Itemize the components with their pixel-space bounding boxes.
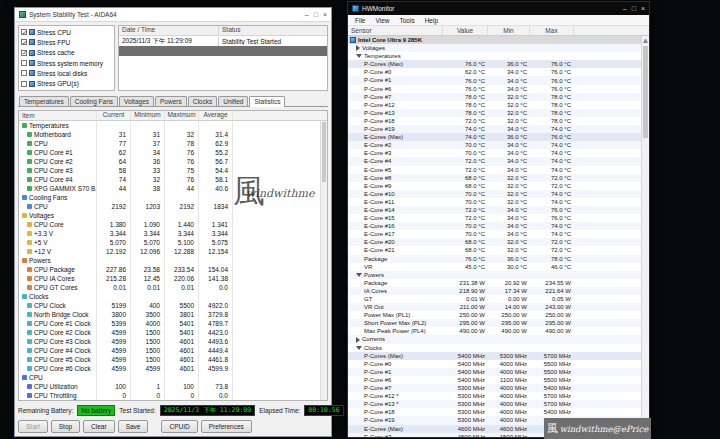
stress-option-stress-cpu[interactable]: Stress CPU (21, 27, 112, 37)
chevron-right-icon[interactable] (356, 45, 360, 51)
stats-row-cpu-throttling[interactable]: CPU Throttling0000.0 (19, 391, 327, 400)
sensor-row-e-core-20[interactable]: E-Core #2068.0 °C32.0 °C72.0 °C (348, 238, 641, 246)
sensor-row-intel-core-ultra-9-285k[interactable]: Intel Core Ultra 9 285K (348, 36, 641, 44)
preferences-button[interactable]: Preferences (201, 420, 252, 433)
sensor-group-clocks[interactable]: Clocks (348, 344, 641, 352)
stats-group-temperatures[interactable]: Temperatures (19, 121, 327, 130)
stress-option-stress-gpu-s[interactable]: Stress GPU(s) (21, 79, 112, 89)
maximize-icon[interactable]: □ (632, 5, 636, 12)
sensor-group-powers[interactable]: Powers (348, 271, 641, 279)
sensor-row-p-core-13[interactable]: P-Core #13 *5300 MHz4000 MHz5700 MHz (348, 400, 641, 408)
sensor-row-package[interactable]: Package76.0 °C36.0 °C78.0 °C (348, 255, 641, 263)
sensor-row-e-core-5[interactable]: E-Core #572.0 °C34.0 °C74.0 °C (348, 166, 641, 174)
stats-row-5-v[interactable]: +5 V5.0705.0705.1005.075 (19, 238, 327, 247)
menu-view[interactable]: View (370, 17, 394, 24)
stats-row-cpu-core-2-clock[interactable]: CPU Core #2 Clock4599150054014423.0 (19, 328, 327, 337)
stats-row-cpu-gt-cores[interactable]: CPU GT Cores0.010.010.010.0 (19, 283, 327, 292)
stats-row-cpu[interactable]: CPU77377862.9 (19, 139, 327, 148)
tab-powers[interactable]: Powers (155, 96, 187, 106)
sensor-row-vr-out[interactable]: VR Out211.00 W14.00 W243.00 W (348, 303, 641, 311)
stats-row-cpu-core-3[interactable]: CPU Core #358337554.4 (19, 166, 327, 175)
log-row-selected[interactable] (119, 46, 327, 56)
close-icon[interactable]: × (323, 11, 327, 18)
chevron-down-icon[interactable] (356, 273, 362, 277)
sensor-row-e-core-11[interactable]: E-Core #1170.0 °C32.0 °C74.0 °C (348, 198, 641, 206)
scrollbar-thumb[interactable] (643, 46, 648, 138)
stats-row-north-bridge-clock[interactable]: North Bridge Clock3800350038013729.8 (19, 310, 327, 319)
sensor-row-short-power-max-pl2[interactable]: Short Power Max (PL2)295.00 W295.00 W295… (348, 319, 641, 327)
stats-row-cpu[interactable]: CPU2192120321921834 (19, 202, 327, 211)
chevron-down-icon[interactable] (356, 54, 362, 58)
chevron-down-icon[interactable] (356, 346, 362, 350)
stats-row-cpu-utilization[interactable]: CPU Utilization100110073.8 (19, 382, 327, 391)
stats-row-cpu-core-4-clock[interactable]: CPU Core #4 Clock4599150046014449.4 (19, 346, 327, 355)
scrollbar-thumb[interactable] (322, 122, 326, 182)
clear-button[interactable]: Clear (83, 420, 115, 433)
sensor-row-e-core-16[interactable]: E-Core #1670.0 °C34.0 °C74.0 °C (348, 222, 641, 230)
stress-option-stress-system-memory[interactable]: Stress system memory (21, 58, 112, 68)
column-header-item[interactable]: Item (19, 111, 97, 120)
sensor-row-p-core-13[interactable]: P-Core #1378.0 °C32.0 °C78.0 °C (348, 109, 641, 117)
sensor-row-p-core-1[interactable]: P-Core #15400 MHz4000 MHz5500 MHz (348, 368, 641, 376)
checkbox[interactable] (21, 70, 27, 76)
sensor-row-p-core-6[interactable]: P-Core #676.0 °C34.0 °C76.0 °C (348, 85, 641, 93)
sensor-row-gt[interactable]: GT0.01 W0.00 W0.05 W (348, 295, 641, 303)
menu-tools[interactable]: Tools (394, 17, 419, 24)
stats-row-cpu-core-5-clock[interactable]: CPU Core #5 Clock4599150046014461.8 (19, 355, 327, 364)
stats-row-12-v[interactable]: +12 V12.19212.09612.28812.154 (19, 247, 327, 256)
sensor-row-e-core-8[interactable]: E-Core #868.0 °C32.0 °C72.0 °C (348, 174, 641, 182)
sensor-row-e-core-9[interactable]: E-Core #968.0 °C32.0 °C72.0 °C (348, 182, 641, 190)
stats-group-powers[interactable]: Powers (19, 256, 327, 265)
sensor-group-temperatures[interactable]: Temperatures (348, 52, 641, 60)
stress-option-stress-fpu[interactable]: Stress FPU (21, 37, 112, 47)
sensor-row-p-core-12[interactable]: P-Core #12 *5300 MHz4000 MHz5700 MHz (348, 392, 641, 400)
menu-file[interactable]: File (350, 17, 370, 24)
sensor-row-e-core-4[interactable]: E-Core #472.0 °C34.0 °C74.0 °C (348, 157, 641, 165)
stress-option-stress-cache[interactable]: Stress cache (21, 48, 112, 58)
checkbox[interactable] (21, 29, 27, 35)
stats-group-voltages[interactable]: Voltages (19, 211, 327, 220)
stop-button[interactable]: Stop (51, 420, 80, 433)
column-header-current[interactable]: Current (97, 111, 131, 120)
column-header-maximum[interactable]: Maximum (165, 111, 199, 120)
sensor-row-max-peak-power-pl4[interactable]: Max Peak Power (PL4)490.00 W490.00 W490.… (348, 327, 641, 335)
start-button[interactable]: Start (18, 420, 48, 433)
tab-clocks[interactable]: Clocks (188, 96, 218, 106)
sensor-row-p-core-7[interactable]: P-Core #778.0 °C32.0 °C78.0 °C (348, 93, 641, 101)
stress-option-stress-local-disks[interactable]: Stress local disks (21, 68, 112, 78)
sensor-row-p-core-18[interactable]: P-Core #1872.0 °C32.0 °C78.0 °C (348, 117, 641, 125)
sensor-group-currents[interactable]: Currents (348, 335, 641, 343)
sensor-row-e-core-14[interactable]: E-Core #1472.0 °C34.0 °C76.0 °C (348, 206, 641, 214)
stats-row-cpu-ia-cores[interactable]: CPU IA Cores215.2812.45220.06141.38 (19, 274, 327, 283)
column-header-sensor[interactable]: Sensor (348, 26, 443, 35)
checkbox[interactable] (21, 60, 27, 66)
sensor-row-p-core-18[interactable]: P-Core #185300 MHz4000 MHz5400 MHz (348, 408, 641, 416)
sensor-row-e-core-21[interactable]: E-Core #2168.0 °C32.0 °C72.0 °C (348, 246, 641, 254)
sensor-row-e-cores-max[interactable]: E-Cores (Max)74.0 °C36.0 °C76.0 °C (348, 133, 641, 141)
stats-row-3-3-v[interactable]: +3.3 V3.3443.3443.3443.344 (19, 229, 327, 238)
stats-row-cpu-core[interactable]: CPU Core1.3801.0901.4401.341 (19, 220, 327, 229)
tab-voltages[interactable]: Voltages (119, 96, 154, 106)
checkbox[interactable] (21, 50, 27, 56)
close-icon[interactable]: × (641, 5, 645, 12)
sensor-row-p-core-7[interactable]: P-Core #75300 MHz4000 MHz5400 MHz (348, 384, 641, 392)
sensor-row-package[interactable]: Package231.38 W20.92 W234.55 W (348, 279, 641, 287)
column-header-value[interactable]: Value (443, 26, 488, 35)
stats-group-cooling-fans[interactable]: Cooling Fans (19, 193, 327, 202)
stats-row-xpg-gammix-s70-b[interactable]: XPG GAMMIX S70 B...44384440.6 (19, 184, 327, 193)
column-header-average[interactable]: Average (199, 111, 233, 120)
sensor-group-voltages[interactable]: Voltages (348, 44, 641, 52)
save-button[interactable]: Save (118, 420, 149, 433)
stats-row-cpu-core-1[interactable]: CPU Core #162347655.2 (19, 148, 327, 157)
column-header-min[interactable]: Min (488, 26, 530, 35)
column-header-minimum[interactable]: Minimum (131, 111, 165, 120)
sensor-row-p-cores-max[interactable]: P-Cores (Max)5400 MHz5300 MHz5700 MHz (348, 352, 641, 360)
stats-row-cpu-package[interactable]: CPU Package227.8623.58233.54154.04 (19, 265, 327, 274)
sensor-row-p-core-6[interactable]: P-Core #65400 MHz1100 MHz5500 MHz (348, 376, 641, 384)
checkbox[interactable] (21, 81, 27, 87)
stats-row-motherboard[interactable]: Motherboard31313231.4 (19, 130, 327, 139)
stats-group-cpu[interactable]: CPU (19, 373, 327, 382)
tab-cooling-fans[interactable]: Cooling Fans (70, 96, 118, 106)
sensor-row-power-max-pl1[interactable]: Power Max (PL1)250.00 W250.00 W250.00 W (348, 311, 641, 319)
stats-row-cpu-core-2[interactable]: CPU Core #264367656.7 (19, 157, 327, 166)
